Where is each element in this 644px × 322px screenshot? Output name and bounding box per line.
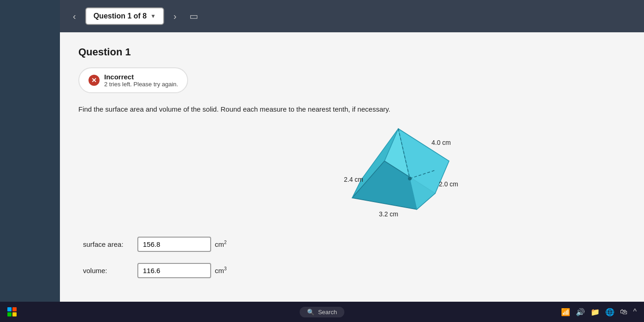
diagram-area: 4.0 cm 2.4 cm 2.0 cm 3.2 cm [78, 124, 626, 223]
taskbar: 🔍 Search 📶 🔊 📁 🌐 🛍 ^ [0, 302, 644, 322]
taskbar-speaker-icon[interactable]: 🔊 [576, 308, 585, 316]
volume-input[interactable] [137, 263, 211, 278]
bookmark-icon[interactable]: ▭ [186, 9, 202, 24]
taskbar-wifi-icon[interactable]: 📶 [561, 308, 570, 316]
incorrect-title: Incorrect [104, 73, 178, 81]
windows-start-icon[interactable] [7, 307, 17, 316]
incorrect-subtitle: 2 tries left. Please try again. [104, 81, 178, 88]
volume-unit: cm3 [215, 266, 227, 274]
svg-text:3.2 cm: 3.2 cm [379, 210, 398, 218]
back-arrow[interactable]: ‹ [69, 9, 80, 24]
incorrect-icon: ✕ [89, 75, 100, 86]
search-icon: 🔍 [307, 309, 314, 316]
taskbar-folder-icon[interactable]: 📁 [591, 308, 600, 316]
incorrect-text: Incorrect 2 tries left. Please try again… [104, 73, 178, 88]
surface-area-label: surface area: [83, 240, 134, 248]
top-nav: ‹ Question 1 of 8 ▼ › ▭ [60, 0, 644, 32]
incorrect-badge: ✕ Incorrect 2 tries left. Please try aga… [78, 67, 188, 93]
surface-area-unit: cm2 [215, 240, 227, 248]
shape-container: 4.0 cm 2.4 cm 2.0 cm 3.2 cm [325, 124, 472, 223]
volume-row: volume: cm3 [83, 263, 626, 278]
volume-label: volume: [83, 267, 134, 274]
taskbar-start [7, 307, 17, 316]
question-selector[interactable]: Question 1 of 8 ▼ [85, 7, 164, 25]
surface-area-row: surface area: cm2 [83, 237, 626, 252]
svg-point-7 [408, 177, 412, 180]
main-area: ‹ Question 1 of 8 ▼ › ▭ Question 1 ✕ Inc… [60, 0, 644, 304]
question-label: Question 1 of 8 [94, 12, 147, 20]
svg-text:2.0 cm: 2.0 cm [439, 180, 458, 188]
taskbar-search[interactable]: 🔍 Search [300, 307, 344, 317]
svg-text:4.0 cm: 4.0 cm [431, 139, 451, 146]
surface-area-input[interactable] [137, 237, 211, 252]
dropdown-arrow-icon: ▼ [150, 13, 156, 19]
forward-arrow[interactable]: › [170, 9, 180, 24]
content-area: Question 1 ✕ Incorrect 2 tries left. Ple… [60, 32, 644, 304]
inputs-area: surface area: cm2 volume: cm3 [78, 237, 626, 278]
sidebar [0, 0, 60, 322]
shape-svg: 4.0 cm 2.4 cm 2.0 cm 3.2 cm [325, 124, 472, 221]
taskbar-chevron-icon[interactable]: ^ [633, 308, 637, 316]
taskbar-browser-icon[interactable]: 🌐 [605, 308, 614, 316]
taskbar-store-icon[interactable]: 🛍 [620, 308, 627, 316]
question-title: Question 1 [78, 46, 626, 58]
svg-text:2.4 cm: 2.4 cm [344, 176, 363, 183]
taskbar-right: 📶 🔊 📁 🌐 🛍 ^ [561, 308, 637, 316]
search-label: Search [318, 309, 337, 316]
question-text: Find the surface area and volume of the … [78, 104, 626, 115]
